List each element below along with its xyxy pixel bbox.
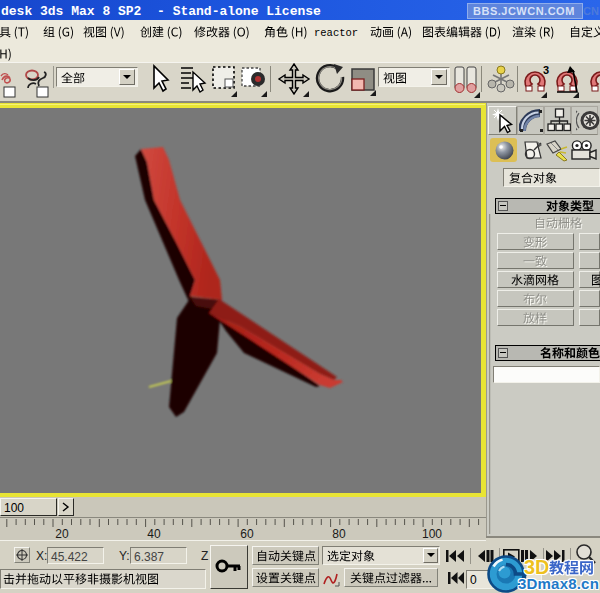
- svg-text:3: 3: [543, 64, 549, 76]
